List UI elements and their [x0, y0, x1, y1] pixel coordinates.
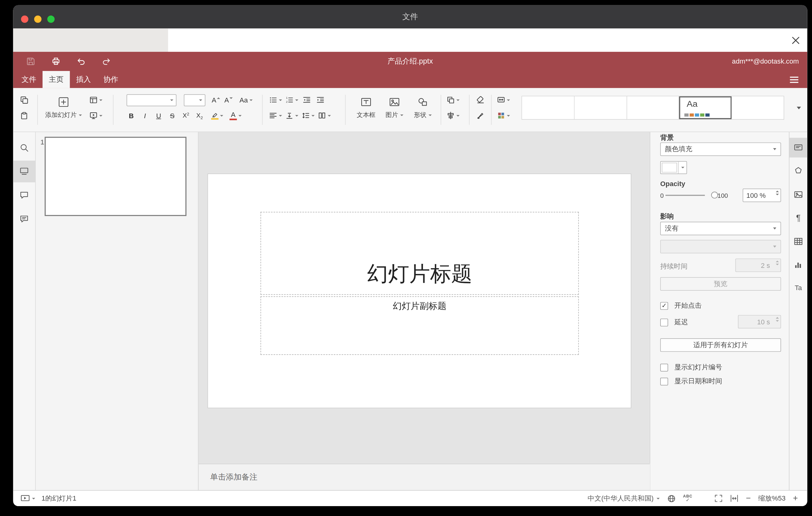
align-shapes-button[interactable] [445, 109, 461, 122]
slide-settings-tab[interactable] [789, 138, 807, 158]
theme-option-1[interactable] [522, 96, 575, 119]
start-slideshow-status-button[interactable] [20, 494, 35, 503]
increase-indent-button[interactable] [314, 93, 327, 107]
duration-input[interactable]: 2 s [735, 259, 781, 272]
change-case-button[interactable]: Aa [238, 93, 254, 107]
increase-font-button[interactable]: A [209, 93, 222, 107]
insert-image-button[interactable]: 图片 [381, 93, 408, 126]
slides-panel-button[interactable] [13, 161, 35, 182]
paragraph-settings-tab[interactable]: ¶ [789, 208, 807, 228]
minimize-traffic-light[interactable] [34, 16, 42, 23]
tab-file[interactable]: 文件 [15, 71, 42, 88]
superscript-button[interactable]: X2 [179, 109, 193, 122]
zoom-traffic-light[interactable] [47, 16, 55, 23]
delay-checkbox-row[interactable]: 延迟 [660, 318, 688, 327]
search-panel-button[interactable] [13, 137, 35, 159]
bullets-button[interactable] [267, 93, 284, 107]
shape-settings-tab[interactable] [789, 161, 807, 181]
textart-settings-tab[interactable]: Ta [789, 278, 807, 297]
font-name-combo[interactable] [126, 94, 176, 106]
close-traffic-light[interactable] [21, 16, 28, 23]
clear-style-button[interactable] [473, 93, 487, 107]
copy-style-button[interactable] [473, 109, 487, 122]
opacity-slider-knob[interactable] [711, 192, 718, 198]
highlight-color-button[interactable] [209, 109, 225, 122]
theme-option-5[interactable] [732, 96, 784, 119]
decrease-indent-button[interactable] [300, 93, 314, 107]
opacity-spin-arrows[interactable] [776, 191, 779, 195]
apply-to-all-slides-button[interactable]: 适用于所有幻灯片 [660, 338, 781, 352]
underline-button[interactable]: U [152, 109, 165, 122]
language-selector[interactable]: 中文(中华人民共和国) [588, 494, 660, 503]
show-date-checkbox[interactable] [660, 377, 668, 385]
decrease-font-button[interactable]: A [222, 93, 235, 107]
tab-home[interactable]: 主页 [42, 71, 70, 88]
chart-settings-tab[interactable] [789, 255, 807, 275]
duration-spin-arrows[interactable] [776, 260, 779, 265]
fill-color-picker[interactable] [660, 161, 687, 174]
columns-button[interactable] [316, 109, 332, 122]
notes-area[interactable]: 单击添加备注 [199, 463, 650, 490]
slide-subtitle-placeholder[interactable]: 幻灯片副标题 [260, 296, 579, 355]
arrange-group [445, 93, 466, 122]
opacity-slider-track[interactable] [665, 195, 705, 196]
delay-checkbox[interactable] [660, 318, 668, 326]
zoom-in-button[interactable]: + [793, 494, 798, 503]
arrange-shapes-button[interactable] [445, 93, 461, 107]
line-spacing-button[interactable] [300, 109, 316, 122]
slide-title-placeholder[interactable]: 幻灯片标题 [260, 212, 579, 295]
comments-panel-button[interactable] [13, 184, 35, 206]
bold-button[interactable]: B [124, 109, 138, 122]
color-scheme-button[interactable] [495, 109, 512, 122]
vertical-align-button[interactable] [284, 109, 300, 122]
font-size-combo[interactable] [184, 94, 205, 106]
preview-button[interactable]: 预览 [660, 277, 781, 291]
copy-button[interactable] [17, 93, 31, 107]
fit-slide-button[interactable] [715, 494, 723, 503]
tab-collaboration[interactable]: 协作 [97, 71, 125, 88]
change-layout-button[interactable] [88, 93, 104, 107]
font-color-button[interactable]: A [228, 109, 243, 122]
effect-variant-select[interactable] [660, 240, 781, 253]
insert-shape-button[interactable]: 形状 [409, 93, 437, 126]
subscript-button[interactable]: X2 [193, 109, 206, 122]
slide-thumbnail[interactable] [45, 137, 187, 216]
image-settings-tab[interactable] [789, 185, 807, 205]
strikethrough-button[interactable]: S [165, 109, 179, 122]
spellcheck-button[interactable]: ABC ✓ [683, 494, 692, 503]
theme-option-selected[interactable]: Aa [679, 96, 732, 119]
fill-color-dropdown[interactable] [678, 162, 687, 174]
set-language-button[interactable] [667, 494, 676, 503]
italic-button[interactable]: I [138, 109, 152, 122]
paste-button[interactable] [17, 109, 31, 122]
slideshow-icon [20, 494, 30, 503]
add-slide-button[interactable]: 添加幻灯片 [41, 93, 85, 126]
theme-option-2[interactable] [575, 96, 627, 119]
slide-size-button[interactable] [495, 93, 512, 107]
slide[interactable]: 幻灯片标题 幻灯片副标题 [207, 173, 631, 408]
line-spacing-icon [301, 111, 310, 120]
start-on-click-checkbox-row[interactable]: ✓ 开始点击 [660, 301, 701, 310]
opacity-value-input[interactable]: 100 % [743, 189, 781, 202]
start-on-click-checkbox[interactable]: ✓ [660, 302, 668, 310]
modal-close-button[interactable] [788, 33, 803, 48]
numbering-button[interactable]: 1 2 [284, 93, 300, 107]
show-slide-number-checkbox[interactable] [660, 364, 668, 371]
fit-width-button[interactable] [730, 494, 738, 503]
show-date-checkbox-row[interactable]: 显示日期和时间 [660, 376, 722, 386]
insert-textbox-button[interactable]: 文本框 [352, 93, 380, 126]
horizontal-align-button[interactable] [267, 109, 284, 122]
menu-button[interactable] [785, 74, 803, 85]
show-slide-number-checkbox-row[interactable]: 显示幻灯片编号 [660, 363, 722, 372]
delay-spin-arrows[interactable] [776, 317, 779, 322]
theme-gallery-expand-button[interactable] [793, 96, 804, 120]
chat-panel-button[interactable] [13, 208, 35, 230]
delay-input[interactable]: 10 s [738, 315, 781, 329]
zoom-out-button[interactable]: − [746, 494, 751, 503]
table-settings-tab[interactable] [789, 231, 807, 251]
effect-select[interactable]: 没有 [660, 222, 781, 235]
tab-insert[interactable]: 插入 [70, 71, 97, 88]
theme-option-3[interactable] [627, 96, 679, 119]
fill-type-select[interactable]: 颜色填充 [660, 143, 781, 156]
start-slideshow-button[interactable] [88, 109, 104, 122]
